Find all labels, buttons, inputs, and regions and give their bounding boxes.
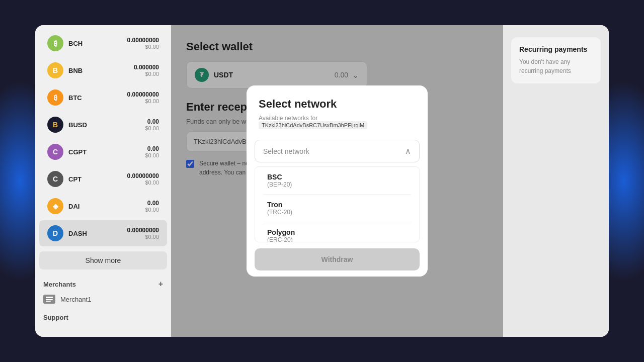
bnb-usd: $0.00 — [134, 71, 159, 77]
cpt-icon: C — [47, 171, 63, 187]
cpt-amounts: 0.00000000 $0.00 — [127, 172, 159, 186]
cpt-balance: 0.00000000 — [127, 172, 159, 179]
network-item-polygon[interactable]: Polygon (ERC-20) — [263, 222, 411, 242]
bnb-icon: B — [47, 62, 63, 78]
btc-amounts: 0.00000000 $0.00 — [127, 91, 159, 104]
modal-footer: Withdraw — [247, 242, 428, 277]
bch-info: BCH — [68, 40, 122, 47]
btc-info: BTC — [68, 94, 122, 102]
merchant-icon — [43, 295, 55, 304]
bch-usd: $0.00 — [127, 44, 159, 50]
app-container: ₿ BCH 0.00000000 $0.00 B BNB 0.000000 $0… — [35, 25, 609, 337]
bnb-amounts: 0.000000 $0.00 — [134, 64, 159, 77]
support-section: Support — [35, 308, 171, 327]
merchant-name: Merchant1 — [60, 296, 91, 303]
recurring-empty-text: You don't have any recurring payments — [519, 57, 593, 75]
network-select-dropdown[interactable]: Select network ∧ — [255, 140, 420, 162]
dash-name: DASH — [68, 230, 122, 237]
dash-usd: $0.00 — [127, 234, 159, 240]
address-chip: TKzki23hiCdAdvBsRC7UsxBm3hPFijrqiM — [259, 121, 367, 129]
modal-subtitle: Available networks for TKzki23hiCdAdvBsR… — [259, 115, 416, 129]
dai-amounts: 0.00 $0.00 — [145, 200, 159, 213]
cpt-usd: $0.00 — [127, 179, 159, 186]
network-name: Polygon — [267, 228, 407, 236]
network-type: (BEP-20) — [267, 181, 407, 188]
bnb-info: BNB — [68, 67, 129, 74]
network-item-bsc[interactable]: BSC (BEP-20) — [263, 167, 411, 195]
modal-title: Select network — [259, 98, 416, 111]
subtitle-prefix: Available networks for — [259, 115, 317, 122]
busd-amounts: 0.00 $0.00 — [145, 118, 159, 131]
busd-balance: 0.00 — [145, 118, 159, 125]
sidebar-item-busd[interactable]: B BUSD 0.00 $0.00 — [39, 112, 167, 138]
svg-rect-2 — [46, 301, 51, 302]
support-label: Support — [43, 314, 68, 321]
merchant-item[interactable]: Merchant1 — [35, 291, 171, 308]
right-panel: Recurring payments You don't have any re… — [503, 25, 609, 337]
add-merchant-icon[interactable]: + — [158, 280, 163, 289]
busd-icon: B — [47, 117, 63, 133]
merchants-label: Merchants — [43, 281, 76, 288]
busd-info: BUSD — [68, 121, 140, 129]
main-content: Select wallet ₮ USDT 0.00 ⌄ Enter recepi… — [171, 25, 503, 337]
cpt-name: CPT — [68, 175, 122, 183]
dash-info: DASH — [68, 230, 122, 237]
btc-balance: 0.00000000 — [127, 91, 159, 98]
network-type: (ERC-20) — [267, 236, 407, 242]
sidebar-item-btc[interactable]: ₿ BTC 0.00000000 $0.00 — [39, 84, 167, 111]
cgpt-amounts: 0.00 $0.00 — [145, 145, 159, 158]
sidebar-item-cgpt[interactable]: C CGPT 0.00 $0.00 — [39, 139, 167, 165]
dash-amounts: 0.00000000 $0.00 — [127, 227, 159, 240]
withdraw-button[interactable]: Withdraw — [255, 248, 420, 270]
recurring-title: Recurring payments — [519, 45, 593, 53]
sidebar: ₿ BCH 0.00000000 $0.00 B BNB 0.000000 $0… — [35, 25, 171, 337]
cgpt-name: CGPT — [68, 148, 140, 156]
chevron-up-icon: ∧ — [405, 146, 411, 156]
dai-balance: 0.00 — [145, 200, 159, 207]
bnb-balance: 0.000000 — [134, 64, 159, 71]
select-network-modal: Select network Available networks for TK… — [247, 85, 428, 277]
cgpt-usd: $0.00 — [145, 152, 159, 158]
bch-name: BCH — [68, 40, 122, 47]
network-type: (TRC-20) — [267, 209, 407, 216]
busd-name: BUSD — [68, 121, 140, 129]
cgpt-balance: 0.00 — [145, 145, 159, 152]
sidebar-item-bnb[interactable]: B BNB 0.000000 $0.00 — [39, 57, 167, 83]
merchants-header: Merchants + — [43, 280, 163, 289]
sidebar-item-bch[interactable]: ₿ BCH 0.00000000 $0.00 — [39, 30, 167, 56]
btc-usd: $0.00 — [127, 98, 159, 104]
dai-usd: $0.00 — [145, 207, 159, 213]
dash-icon: D — [47, 225, 63, 241]
network-name: Tron — [267, 201, 407, 209]
bch-balance: 0.00000000 — [127, 37, 159, 44]
btc-name: BTC — [68, 94, 122, 102]
dai-icon: ◈ — [47, 198, 63, 214]
bnb-name: BNB — [68, 67, 129, 74]
sidebar-item-dash[interactable]: D DASH 0.00000000 $0.00 — [39, 220, 167, 246]
modal-overlay: Select network Available networks for TK… — [171, 25, 503, 337]
cgpt-info: CGPT — [68, 148, 140, 156]
btc-icon: ₿ — [47, 89, 63, 106]
bch-icon: ₿ — [47, 35, 63, 51]
network-list: BSC (BEP-20) Tron (TRC-20) Polygon (ERC-… — [255, 166, 420, 242]
show-more-button[interactable]: Show more — [39, 251, 167, 269]
dash-balance: 0.00000000 — [127, 227, 159, 234]
cgpt-icon: C — [47, 144, 63, 160]
network-item-tron[interactable]: Tron (TRC-20) — [263, 195, 411, 222]
sidebar-item-dai[interactable]: ◈ DAI 0.00 $0.00 — [39, 193, 167, 219]
network-name: BSC — [267, 173, 407, 181]
network-select-label: Select network — [263, 147, 309, 155]
bch-amounts: 0.00000000 $0.00 — [127, 37, 159, 50]
dai-info: DAI — [68, 203, 140, 210]
svg-rect-1 — [46, 299, 53, 300]
recurring-card: Recurring payments You don't have any re… — [511, 37, 601, 83]
modal-header: Select network Available networks for TK… — [247, 85, 428, 140]
merchants-section: Merchants + — [35, 274, 171, 291]
cpt-info: CPT — [68, 175, 122, 183]
sidebar-item-cpt[interactable]: C CPT 0.00000000 $0.00 — [39, 166, 167, 192]
dai-name: DAI — [68, 203, 140, 210]
svg-rect-0 — [46, 297, 53, 298]
busd-usd: $0.00 — [145, 125, 159, 131]
